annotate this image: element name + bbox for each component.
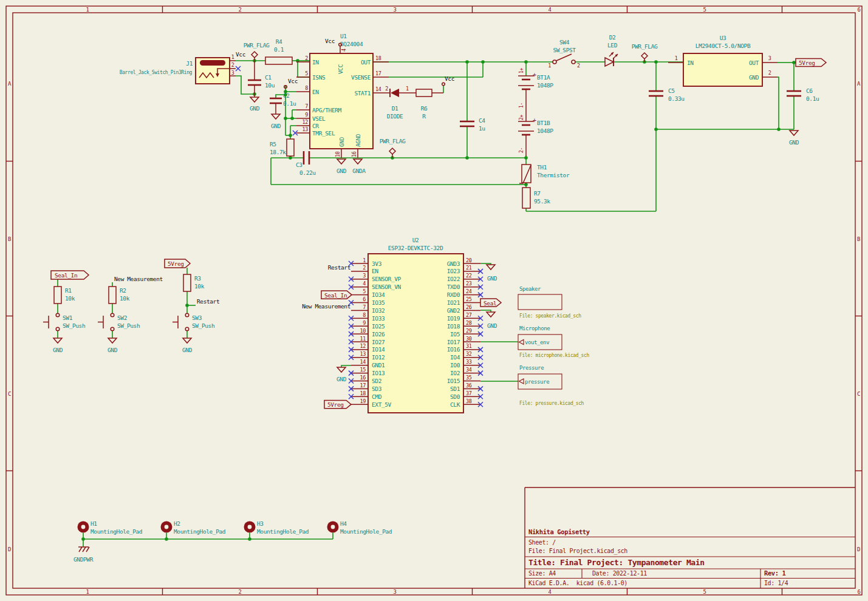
svg-text:PWR_FLAG: PWR_FLAG (244, 42, 270, 49)
sheet-speaker[interactable]: Speaker File: speaker.kicad_sch (518, 286, 581, 319)
value-label: MountingHole_Pad (340, 528, 392, 535)
author: Nikhita Gopisetty (528, 528, 590, 535)
hier-label-seal-in[interactable]: Seal_In (321, 291, 352, 299)
capacitor-c4[interactable]: C4 1u (460, 117, 485, 132)
svg-text:Vcc: Vcc (288, 78, 298, 84)
gnd-symbol[interactable]: GND (789, 131, 799, 146)
pin-name: IO5 (450, 331, 460, 338)
svg-text:GND: GND (53, 347, 63, 353)
sheet-pressure[interactable]: Pressure pressure File: pressure.kicad_s… (518, 365, 584, 406)
pin-number: 1 (406, 86, 409, 92)
hier-label-5vreg[interactable]: 5Vreg (796, 59, 826, 67)
gnd-symbol[interactable]: GND (271, 114, 281, 129)
svg-text:U2: U2 (412, 237, 419, 243)
resistor-r5[interactable]: R5 18.7k (270, 139, 294, 156)
svg-text:TH1: TH1 (537, 164, 547, 171)
capacitor-c3[interactable]: C3 0.22u (296, 151, 316, 176)
pin-number: 11 (360, 336, 366, 342)
pin-name: VCC (337, 64, 344, 74)
svg-text:3: 3 (768, 55, 771, 61)
pin-name: IO21 (447, 299, 460, 306)
button-column-3[interactable]: 5Vreg R3 10k Restart SW3 SW_Push GND (165, 259, 219, 353)
ic-u3[interactable]: U3 LM2940CT-5.0/NOPB 1 3 2 IN OUT GND (668, 35, 777, 86)
gnd-symbol[interactable]: GND (337, 159, 347, 174)
pin-number: 15 (360, 367, 366, 373)
pin-number: 31 (466, 343, 472, 349)
button-column-2[interactable]: New Measurement R2 10k SW2 SW_Push GND (98, 276, 163, 353)
svg-text:SW2: SW2 (117, 314, 127, 321)
connector-j1[interactable]: 1 2 3 J1 Barrel_Jack_Switch_Pin3Ring (120, 54, 241, 84)
sheet-microphone[interactable]: Microphone vout_env File: microphone.kic… (518, 325, 589, 358)
svg-text:5: 5 (305, 70, 308, 76)
pin-number: 2 (363, 265, 366, 271)
capacitor-c1[interactable]: C1 10u (248, 61, 275, 94)
svg-text:0.1u: 0.1u (806, 95, 819, 102)
battery-bt1b[interactable]: + 2+ 2- BT1B 1048P (518, 115, 553, 156)
frame-col-label: 3 (393, 589, 396, 595)
capacitor-c5[interactable]: C5 0.33u (649, 87, 685, 102)
led-d2[interactable]: D2 LED (605, 34, 618, 66)
svg-text:10k: 10k (65, 295, 75, 302)
title-block: Nikhita Gopisetty Sheet: / File: Final P… (525, 487, 855, 588)
net-label-new-measurement[interactable]: New Measurement (302, 303, 350, 310)
gnda-symbol[interactable]: GNDA (352, 159, 366, 174)
svg-text:EN: EN (312, 89, 319, 95)
pin-number: 1 (363, 257, 366, 263)
switch-sw4[interactable]: 1 2 SW4 SW_SPST (548, 39, 580, 69)
button-column-1[interactable]: Seal_In R1 10k SW1 SW_Push GND (43, 271, 89, 353)
value-label: MountingHole_Pad (257, 528, 309, 535)
pin-name: GND1 (372, 362, 385, 368)
gnd-symbol[interactable]: GND (337, 367, 347, 382)
pin-name: IO23 (447, 268, 460, 274)
pin-number: 28 (466, 320, 472, 326)
resistor-r6[interactable]: R6 R (416, 89, 443, 120)
gndpwr-symbol[interactable]: GNDPWR (73, 547, 94, 563)
svg-text:1-: 1- (519, 103, 524, 108)
svg-text:LM2940CT-5.0/NOPB: LM2940CT-5.0/NOPB (695, 42, 751, 49)
thermistor-th1[interactable]: TH1 Thermistor (519, 164, 570, 183)
net-label-vcc[interactable]: Vcc (236, 51, 245, 58)
resistor-r4[interactable]: R4 0.1 (265, 38, 292, 64)
pin-name: CLK (450, 401, 460, 408)
svg-text:1+: 1+ (519, 68, 524, 73)
svg-text:18.7k: 18.7k (270, 149, 286, 155)
pin-name: SD3 (372, 385, 381, 392)
frame-col-label: 5 (703, 589, 706, 595)
svg-text:R5: R5 (270, 141, 276, 148)
net-label-restart[interactable]: Restart (328, 264, 350, 271)
svg-text:APG/THERM: APG/THERM (312, 107, 342, 114)
paper-size: Size: A4 (528, 570, 556, 577)
mounting-holes[interactable]: H1MountingHole_PadH2MountingHole_PadH3Mo… (78, 520, 392, 539)
svg-text:VSEL: VSEL (312, 115, 326, 122)
ic-u1[interactable]: U1 BQ24004 Vcc 4 VCC 2 5 8 7 9 12 13 IN … (293, 33, 389, 158)
capacitor-c6[interactable]: C6 0.1u (787, 87, 819, 102)
diode-d1[interactable]: 2 1 D1 DIODE (385, 86, 416, 120)
pin-number: 16 (360, 375, 366, 381)
push-button-sw2: SW2 SW_Push (98, 313, 140, 331)
svg-text:D2: D2 (609, 34, 616, 41)
resistor-r7[interactable]: R7 95.3k (522, 188, 550, 208)
svg-text:Thermistor: Thermistor (537, 172, 570, 178)
pin-name: GND3 (447, 260, 460, 267)
plus-sign: + (533, 117, 536, 124)
svg-text:GND: GND (108, 347, 118, 353)
hier-label-5vreg[interactable]: 5Vreg (324, 401, 351, 409)
battery-bt1a[interactable]: + 1+ 1- BT1A 1048P (518, 68, 553, 121)
pin-name: IO17 (447, 339, 460, 345)
svg-text:2+: 2+ (519, 115, 524, 120)
hier-label-seal[interactable]: Seal (480, 299, 501, 307)
vcc-symbol[interactable]: Vcc (284, 78, 298, 88)
svg-text:C5: C5 (668, 87, 675, 94)
gnd-symbol[interactable]: GND (250, 94, 260, 112)
gnd-symbol[interactable]: GND (487, 265, 497, 282)
gnd-symbol[interactable]: GND (487, 312, 497, 329)
svg-text:PWR_FLAG: PWR_FLAG (632, 43, 658, 50)
pwr-flag-symbol[interactable]: PWR_FLAG (632, 43, 658, 62)
pin-number: 4 (363, 280, 366, 287)
mcu-u2[interactable]: U2 ESP32-DEVKITC-32D 13V32EN3SENSOR_VP4S… (302, 237, 501, 413)
svg-text:Vcc: Vcc (445, 75, 454, 82)
svg-text:LED: LED (607, 42, 618, 49)
svg-text:CR: CR (312, 123, 319, 129)
svg-text:R7: R7 (534, 190, 541, 197)
pwr-flag-symbol[interactable]: PWR_FLAG (380, 138, 406, 158)
